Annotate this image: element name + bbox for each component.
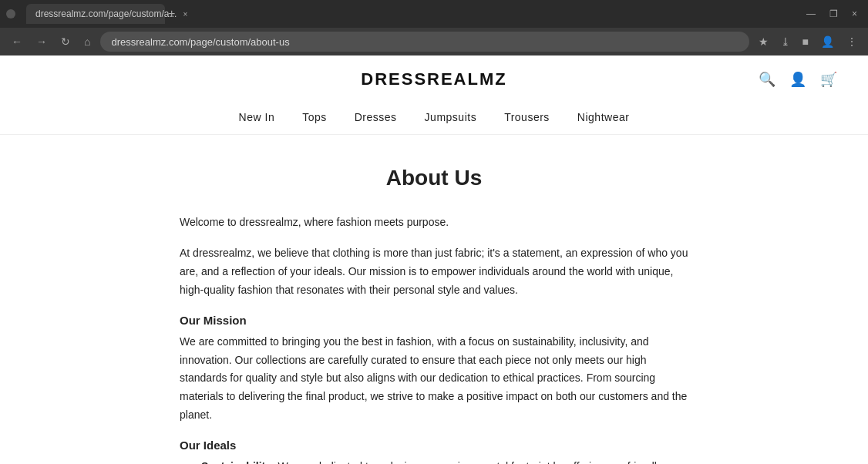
restore-button[interactable]: ❐ <box>825 7 843 21</box>
site-header: DRESSREALMZ 🔍 👤 🛒 <box>0 55 868 103</box>
nav-item-jumpsuits[interactable]: Jumpsuits <box>425 111 477 123</box>
ideals-heading: Our Ideals <box>180 439 688 452</box>
window-controls: — ❐ × <box>802 7 862 21</box>
tab-close-button[interactable]: × <box>183 10 187 18</box>
ideal-label-sustainability: Sustainability: <box>201 460 275 464</box>
main-content: About Us Welcome to dressrealmz, where f… <box>164 135 704 464</box>
address-input[interactable] <box>100 32 749 52</box>
nav-item-new-in[interactable]: New In <box>239 111 275 123</box>
tab-bar: dressrealmz.com/page/custom/a... × + <box>26 4 797 24</box>
mission-text: We are committed to bringing you the bes… <box>180 333 688 425</box>
browser-tab[interactable]: dressrealmz.com/page/custom/a... × <box>26 4 165 24</box>
list-item: Sustainability: We are dedicated to redu… <box>201 458 688 464</box>
site-nav: New In Tops Dresses Jumpsuits Trousers N… <box>0 103 868 135</box>
reload-button[interactable]: ↻ <box>57 34 74 49</box>
new-tab-button[interactable]: + <box>168 7 175 21</box>
nav-item-dresses[interactable]: Dresses <box>355 111 397 123</box>
menu-icon[interactable]: ⋮ <box>843 34 860 49</box>
tab-title: dressrealmz.com/page/custom/a... <box>35 8 177 19</box>
extensions-icon[interactable]: ■ <box>799 34 812 49</box>
nav-item-trousers[interactable]: Trousers <box>504 111 550 123</box>
header-icons: 🔍 👤 🛒 <box>759 71 837 88</box>
profile-icon[interactable]: 👤 <box>818 34 837 49</box>
back-button[interactable]: ← <box>8 34 26 49</box>
mission-intro-paragraph: At dressrealmz, we believe that clothing… <box>180 244 688 299</box>
nav-item-tops[interactable]: Tops <box>302 111 327 123</box>
minimize-button[interactable]: — <box>802 7 820 21</box>
close-button[interactable]: × <box>847 7 862 21</box>
intro-paragraph: Welcome to dressrealmz, where fashion me… <box>180 214 688 230</box>
ideals-list: Sustainability: We are dedicated to redu… <box>201 458 688 464</box>
downloads-icon[interactable]: ⤓ <box>778 34 793 49</box>
nav-item-nightwear[interactable]: Nightwear <box>577 111 630 123</box>
user-icon[interactable]: 👤 <box>789 71 806 88</box>
cart-icon[interactable]: 🛒 <box>820 71 837 88</box>
mission-heading: Our Mission <box>180 314 688 327</box>
forward-button[interactable]: → <box>32 34 51 49</box>
browser-chrome: dressrealmz.com/page/custom/a... × + — ❐… <box>0 0 868 28</box>
page-title: About Us <box>180 166 688 190</box>
window-dot <box>6 9 15 18</box>
address-bar: ← → ↻ ⌂ ★ ⤓ ■ 👤 ⋮ <box>0 28 868 55</box>
page: DRESSREALMZ 🔍 👤 🛒 New In Tops Dresses Ju… <box>0 55 868 464</box>
address-bar-icons: ★ ⤓ ■ 👤 ⋮ <box>755 34 860 49</box>
browser-dots <box>6 9 15 18</box>
site-logo: DRESSREALMZ <box>361 69 506 89</box>
bookmark-icon[interactable]: ★ <box>755 34 772 49</box>
search-icon[interactable]: 🔍 <box>759 71 775 88</box>
home-button[interactable]: ⌂ <box>80 34 94 49</box>
